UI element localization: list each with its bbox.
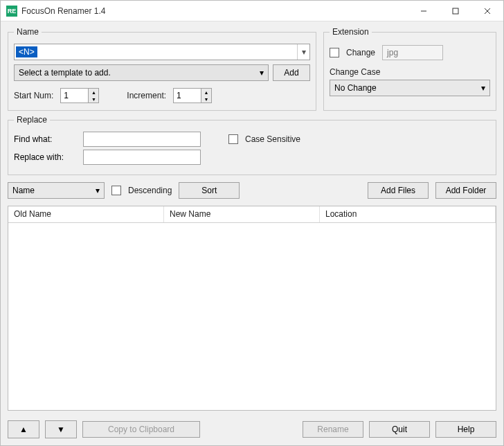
start-num-spinner[interactable]: ▲▼ (60, 88, 99, 103)
change-ext-checkbox[interactable] (330, 48, 339, 57)
template-combo[interactable]: Select a template to add. ▾ (14, 64, 269, 81)
minimize-button[interactable] (408, 1, 440, 21)
maximize-button[interactable] (440, 1, 471, 21)
file-table[interactable]: Old Name New Name Location (8, 206, 496, 411)
increment-spinner[interactable]: ▲▼ (173, 88, 212, 103)
replace-with-label: Replace with: (14, 152, 76, 162)
name-legend: Name (14, 27, 42, 37)
replace-group: Replace Find what: Case Sensitive Replac… (8, 115, 496, 175)
sort-field-value: Name (12, 186, 35, 195)
minimize-icon (420, 8, 427, 15)
close-button[interactable] (471, 1, 503, 21)
replace-legend: Replace (14, 115, 50, 125)
spinner-down-icon[interactable]: ▼ (201, 96, 211, 102)
maximize-icon (452, 8, 459, 15)
find-what-label: Find what: (14, 134, 76, 144)
sort-button[interactable]: Sort (179, 182, 240, 199)
spinner-down-icon[interactable]: ▼ (89, 96, 98, 102)
app-window: RE FocusOn Renamer 1.4 Name <N> ▾ Select (0, 0, 504, 446)
change-ext-label: Change (346, 48, 375, 57)
close-icon (484, 8, 491, 15)
add-template-button[interactable]: Add (273, 64, 310, 81)
copy-clipboard-button[interactable]: Copy to Clipboard (82, 421, 200, 438)
spinner-up-icon[interactable]: ▲ (201, 89, 211, 96)
col-location[interactable]: Location (320, 206, 496, 222)
sort-field-combo[interactable]: Name ▾ (8, 182, 105, 199)
change-case-combo[interactable]: No Change ▾ (330, 80, 490, 96)
col-new-name[interactable]: New Name (164, 206, 320, 222)
case-sensitive-label: Case Sensitive (245, 134, 300, 144)
name-pattern-value: <N> (16, 46, 37, 57)
spinner-up-icon[interactable]: ▲ (89, 89, 98, 96)
col-old-name[interactable]: Old Name (8, 206, 164, 222)
add-files-button[interactable]: Add Files (368, 182, 429, 199)
window-title: FocusOn Renamer 1.4 (21, 6, 105, 16)
help-button[interactable]: Help (435, 421, 496, 438)
chevron-down-icon: ▾ (96, 186, 100, 195)
triangle-up-icon: ▲ (19, 425, 28, 434)
change-case-label: Change Case (330, 67, 490, 77)
chevron-down-icon: ▾ (260, 68, 264, 78)
increment-label: Increment: (127, 91, 166, 100)
add-folder-button[interactable]: Add Folder (435, 182, 496, 199)
move-down-button[interactable]: ▼ (45, 420, 77, 438)
extension-group: Extension Change jpg Change Case No Chan… (323, 27, 496, 111)
svg-rect-1 (453, 8, 458, 14)
name-pattern-combo[interactable]: <N> ▾ (14, 44, 310, 60)
rename-button[interactable]: Rename (303, 421, 363, 438)
descending-label: Descending (128, 186, 172, 195)
titlebar: RE FocusOn Renamer 1.4 (1, 1, 503, 21)
chevron-down-icon: ▾ (297, 44, 309, 60)
name-group: Name <N> ▾ Select a template to add. ▾ A… (8, 27, 316, 111)
descending-checkbox[interactable] (111, 186, 121, 195)
change-case-value: No Change (334, 83, 377, 93)
quit-button[interactable]: Quit (369, 421, 430, 438)
template-placeholder: Select a template to add. (19, 68, 111, 78)
find-what-input[interactable] (83, 132, 201, 147)
start-num-label: Start Num: (14, 91, 53, 100)
triangle-down-icon: ▼ (57, 425, 65, 434)
move-up-button[interactable]: ▲ (8, 420, 39, 438)
increment-input[interactable] (173, 88, 201, 103)
chevron-down-icon: ▾ (481, 83, 485, 93)
case-sensitive-checkbox[interactable] (228, 134, 238, 144)
table-header: Old Name New Name Location (8, 206, 496, 223)
replace-with-input[interactable] (83, 150, 201, 165)
table-body[interactable] (8, 223, 496, 410)
footer-bar: ▲ ▼ Copy to Clipboard Rename Quit Help (1, 416, 503, 445)
sort-row: Name ▾ Descending Sort Add Files Add Fol… (8, 182, 496, 199)
extension-legend: Extension (330, 27, 372, 37)
extension-field: jpg (382, 45, 443, 60)
start-num-input[interactable] (60, 88, 88, 103)
app-icon: RE (6, 6, 17, 17)
